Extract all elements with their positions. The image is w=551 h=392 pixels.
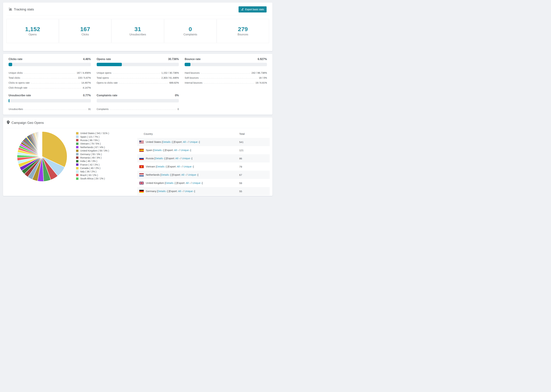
rate-row-label: Clicks to opens rate	[8, 81, 30, 84]
stat-value: 167	[80, 26, 90, 33]
export-all-link[interactable]: All ›	[175, 157, 180, 160]
stat-label: Clicks	[81, 33, 89, 36]
dotted-leader	[113, 73, 160, 74]
dotted-leader	[110, 110, 177, 110]
legend-item-vietnam[interactable]: Vietnam ( 79 / 5% )	[76, 142, 133, 145]
legend-swatch	[76, 177, 78, 180]
rate-panel-complaints-rate: Complaints rate0%Complaints0	[97, 94, 179, 111]
rate-row: Opens to clicks rate689.82%	[97, 79, 179, 84]
legend-item-russia[interactable]: Russia ( 86 / 5% )	[76, 139, 133, 142]
tracking-stats-card: Tracking stats Export basic stats 1,152O…	[3, 2, 273, 51]
rate-panel-title: Complaints rate	[97, 94, 117, 97]
rate-row-label: Soft bounces	[185, 77, 199, 79]
legend-item-romania[interactable]: Romania ( 49 / 3% )	[76, 156, 133, 159]
rate-rows: Unique opens1,152 / 30.736%Total opens2,…	[97, 69, 179, 84]
export-unique-link[interactable]: Unique ›	[188, 173, 198, 176]
rate-row: Internal bounces19 / 6.81%	[185, 79, 267, 84]
legend-label: Germany ( 55 / 3% )	[80, 153, 102, 156]
legend-item-south-africa[interactable]: South Africa ( 29 / 2% )	[76, 177, 133, 180]
nl-flag-icon	[139, 173, 146, 176]
legend-item-france[interactable]: France ( 42 / 2% )	[76, 163, 133, 166]
rate-progress-fill	[97, 63, 122, 66]
export-unique-link[interactable]: Unique ›	[185, 190, 194, 193]
rates-card: Clicks rate4.46%Unique clicks167 / 4.456…	[3, 54, 273, 115]
export-basic-stats-button[interactable]: Export basic stats	[239, 6, 267, 13]
rate-row-value: 167 / 4.456%	[77, 71, 91, 74]
export-unique-link[interactable]: Unique ›	[192, 182, 202, 184]
geo-country-cell: United States [Details ›] [Export: All ›…	[137, 138, 239, 146]
export-all-link[interactable]: All ›	[177, 165, 181, 168]
details-link[interactable]: Details ›	[158, 190, 167, 193]
export-unique-link[interactable]: Unique ›	[184, 165, 193, 168]
export-all-link[interactable]: All ›	[174, 149, 178, 152]
geo-content: United States ( 541 / 31% )Spain ( 121 /…	[6, 128, 270, 195]
legend-item-united-kingdom[interactable]: United Kingdom ( 59 / 3% )	[76, 149, 133, 152]
geo-country-cell: United Kingdom [Details ›] [Export: All …	[137, 179, 239, 187]
legend-item-germany[interactable]: Germany ( 55 / 3% )	[76, 152, 133, 156]
details-link[interactable]: Details ›	[165, 182, 175, 184]
tracking-stats-header: Tracking stats Export basic stats	[7, 6, 269, 15]
geo-table-row-de: Germany [Details ›] [Export: All › / Uni…	[137, 187, 270, 195]
legend-item-spain[interactable]: Spain ( 121 / 7% )	[76, 135, 133, 138]
rate-row-label: Total clicks	[8, 77, 20, 79]
rate-row: Unique opens1,152 / 30.736%	[97, 69, 179, 74]
link-separator: /	[186, 173, 188, 176]
details-link[interactable]: Details ›	[154, 149, 163, 152]
link-separator: /	[181, 165, 184, 168]
legend-item-brazil[interactable]: Brazil ( 33 / 2% )	[76, 173, 133, 177]
rate-panel-clicks-rate: Clicks rate4.46%Unique clicks167 / 4.456…	[8, 58, 91, 89]
rate-panel-bounce-rate: Bounce rate6.927%Hard bounces242 / 86.73…	[185, 58, 267, 89]
dotted-leader	[201, 73, 250, 74]
rate-row-label: Opens to clicks rate	[97, 81, 118, 84]
legend-swatch	[76, 163, 78, 166]
rate-row-label: Unique clicks	[8, 71, 23, 74]
rate-panel-header: Clicks rate4.46%	[8, 58, 91, 61]
rate-row-label: Click through rate	[8, 86, 27, 89]
details-link[interactable]: Details ›	[162, 140, 172, 143]
export-unique-link[interactable]: Unique ›	[181, 149, 190, 152]
legend-label: Netherlands ( 67 / 4% )	[80, 146, 105, 149]
geo-header: Campaign Geo Opens	[6, 118, 270, 128]
rate-row-label: Internal bounces	[185, 81, 202, 84]
geo-country-cell: Vietnam [Details ›] [Export: All › / Uni…	[137, 162, 239, 171]
rate-row: Complaints0	[97, 105, 179, 111]
export-unique-link[interactable]: Unique ›	[182, 157, 192, 160]
export-all-link[interactable]: All ›	[186, 182, 190, 184]
legend-label: Vietnam ( 79 / 5% )	[80, 142, 101, 145]
details-link[interactable]: Details ›	[155, 157, 164, 160]
details-link[interactable]: Details ›	[161, 173, 170, 176]
legend-item-united-states[interactable]: United States ( 541 / 31% )	[76, 132, 133, 135]
legend-label: United States ( 541 / 31% )	[80, 132, 109, 135]
export-all-link[interactable]: All ›	[178, 190, 182, 193]
dotted-leader	[119, 83, 168, 84]
rate-row: Total clicks220 / 5.87%	[8, 74, 91, 79]
legend-label: Spain ( 121 / 7% )	[80, 135, 99, 138]
legend-label: Brazil ( 33 / 2% )	[80, 174, 98, 176]
rate-row-label: Hard bounces	[185, 71, 199, 74]
geo-total-cell: 59	[239, 179, 270, 187]
geo-table-row-vn: Vietnam [Details ›] [Export: All › / Uni…	[137, 162, 270, 171]
legend-item-italy[interactable]: Italy ( 36 / 2% )	[76, 170, 133, 173]
geo-total-cell: 79	[239, 162, 270, 171]
geo-table-header-row: Country Total	[137, 130, 270, 138]
legend-swatch	[76, 139, 78, 141]
legend-item-india[interactable]: India ( 46 / 3% )	[76, 159, 133, 163]
geo-country-cell: Russia [Details ›] [Export: All › / Uniq…	[137, 154, 239, 162]
details-link[interactable]: Details ›	[156, 165, 166, 168]
geo-pie-legend: United States ( 541 / 31% )Spain ( 121 /…	[76, 132, 133, 180]
rate-row: Soft bounces18 / 0%	[185, 74, 267, 79]
legend-label: Romania ( 49 / 3% )	[80, 156, 102, 159]
geo-country-cell: Germany [Details ›] [Export: All › / Uni…	[137, 187, 239, 195]
export-all-link[interactable]: All ›	[181, 173, 186, 176]
export-unique-link[interactable]: Unique ›	[190, 140, 199, 143]
legend-swatch	[76, 142, 78, 145]
legend-item-canada[interactable]: Canada ( 40 / 2% )	[76, 166, 133, 170]
legend-item-netherlands[interactable]: Netherlands ( 67 / 4% )	[76, 146, 133, 149]
export-icon	[241, 8, 244, 11]
export-all-link[interactable]: All ›	[183, 140, 187, 143]
geo-table-wrap: Country Total United States [Details ›] …	[137, 130, 270, 195]
geo-table-header-country: Country	[137, 130, 239, 138]
geo-total-cell: 86	[239, 154, 270, 162]
geo-pie-chart	[16, 131, 68, 183]
campaign-geo-opens-card: Campaign Geo Opens United States ( 541 /…	[3, 117, 273, 196]
